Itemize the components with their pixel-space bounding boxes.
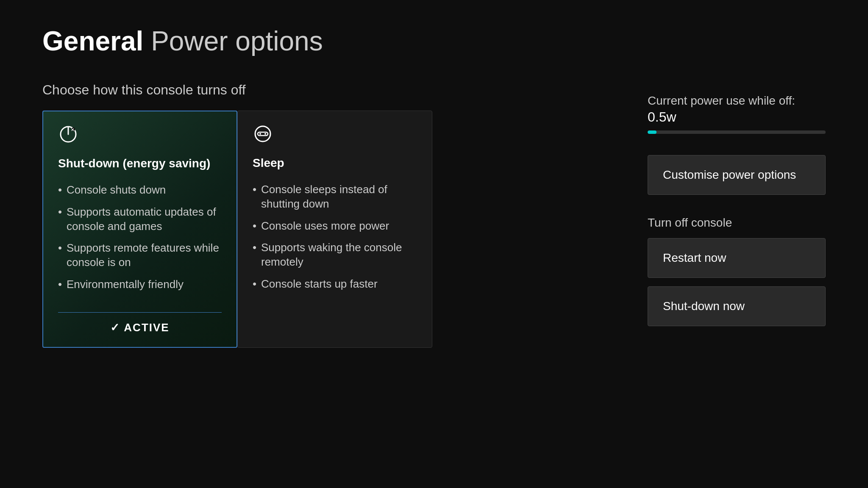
power-bar-fill (648, 130, 657, 134)
shutdown-feature-2: Supports automatic updates of console an… (58, 205, 222, 234)
customise-power-button[interactable]: Customise power options (648, 155, 826, 195)
page-title-light: Power options (143, 26, 323, 56)
shutdown-now-button[interactable]: Shut-down now (648, 286, 826, 326)
shutdown-feature-1: Console shuts down (58, 183, 222, 197)
shutdown-icon: ✕ (58, 124, 222, 148)
sleep-card[interactable]: Sleep Console sleeps instead of shutting… (237, 111, 432, 348)
shutdown-card-title: Shut-down (energy saving) (58, 157, 222, 170)
svg-rect-5 (258, 132, 268, 136)
shutdown-feature-4: Environmentally friendly (58, 277, 222, 292)
cards-container: ✕ Shut-down (energy saving) Console shut… (42, 111, 432, 348)
restart-now-button[interactable]: Restart now (648, 238, 826, 278)
page-title: General Power options (42, 25, 826, 57)
active-badge: ✓ACTIVE (58, 312, 222, 334)
page-title-strong: General (42, 26, 143, 56)
svg-point-6 (259, 133, 261, 135)
sleep-feature-3: Supports waking the console remotely (253, 241, 417, 269)
page: General Power options Choose how this co… (0, 0, 868, 488)
sleep-feature-4: Console starts up faster (253, 277, 417, 291)
svg-text:✕: ✕ (71, 128, 74, 132)
right-panel: Current power use while off: 0.5w Custom… (648, 93, 826, 335)
turn-off-label: Turn off console (648, 216, 826, 230)
sleep-features-list: Console sleeps instead of shutting down … (253, 183, 417, 335)
shutdown-feature-3: Supports remote features while console i… (58, 241, 222, 270)
sleep-feature-2: Console uses more power (253, 219, 417, 233)
sleep-icon (253, 124, 417, 148)
power-value: 0.5w (648, 109, 676, 125)
power-bar-container (648, 130, 826, 134)
checkmark-icon: ✓ (110, 321, 120, 334)
shutdown-card[interactable]: ✕ Shut-down (energy saving) Console shut… (42, 111, 237, 348)
sleep-feature-1: Console sleeps instead of shutting down (253, 183, 417, 211)
sleep-card-title: Sleep (253, 156, 417, 170)
svg-point-7 (264, 133, 266, 135)
shutdown-features-list: Console shuts down Supports automatic up… (58, 183, 222, 299)
power-use-label: Current power use while off: 0.5w (648, 93, 826, 126)
